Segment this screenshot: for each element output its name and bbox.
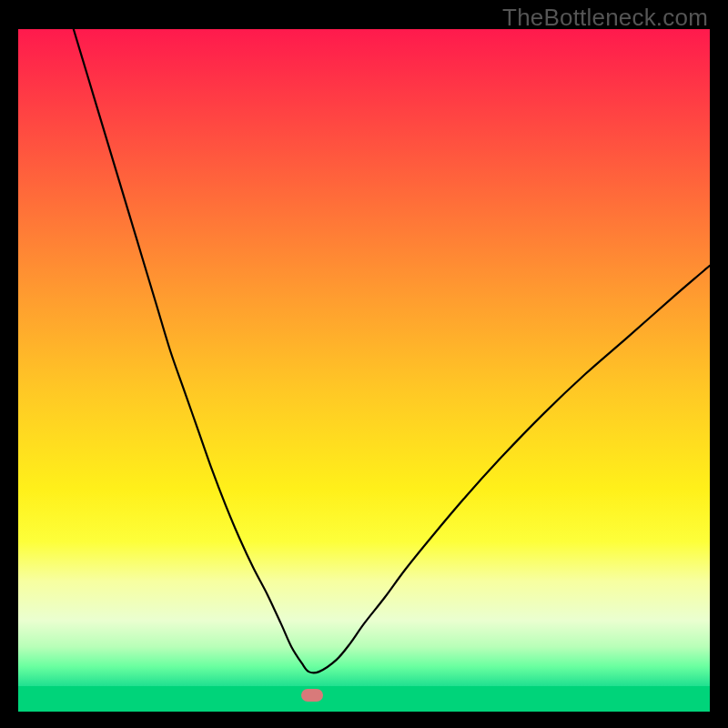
- watermark-text: TheBottleneck.com: [502, 4, 708, 32]
- baseline-strip: [18, 686, 710, 712]
- chart-frame: TheBottleneck.com: [0, 0, 728, 728]
- minimum-marker: [301, 689, 323, 702]
- gradient-background: [18, 29, 710, 686]
- plot-area: [18, 29, 710, 712]
